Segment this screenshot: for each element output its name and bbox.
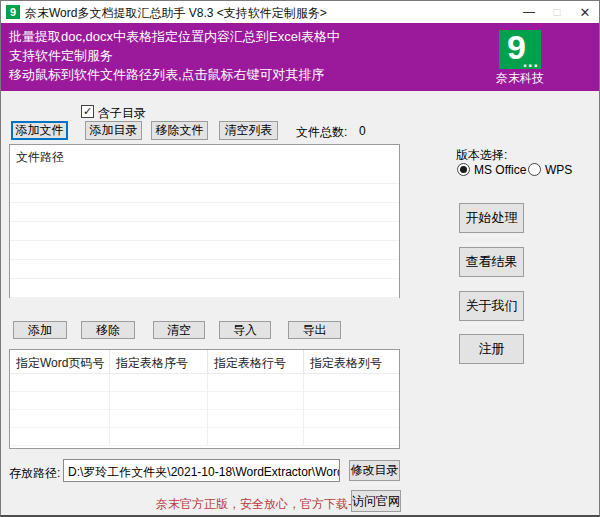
banner-text: 批量提取doc,docx中表格指定位置内容汇总到Excel表格中 支持软件定制服… bbox=[9, 27, 340, 84]
list-item bbox=[10, 203, 399, 222]
spec-remove-button[interactable]: 移除 bbox=[81, 321, 135, 339]
brand-name: 奈末科技 bbox=[480, 70, 560, 87]
visit-website-button[interactable]: 访问官网 bbox=[351, 490, 401, 512]
list-item bbox=[10, 222, 399, 241]
table-row bbox=[10, 374, 399, 392]
list-item bbox=[10, 184, 399, 203]
radio-ms-office-label: MS Office bbox=[474, 163, 526, 177]
spec-add-button[interactable]: 添加 bbox=[13, 321, 67, 339]
include-subdir-label: 含子目录 bbox=[98, 105, 146, 122]
register-button[interactable]: 注册 bbox=[459, 334, 524, 364]
app-logo-icon: 9 bbox=[6, 5, 20, 19]
spec-export-button[interactable]: 导出 bbox=[288, 321, 341, 339]
radio-dot-icon bbox=[460, 166, 467, 173]
banner-line-3: 移动鼠标到软件文件路径列表,点击鼠标右键可对其排序 bbox=[9, 65, 340, 84]
version-select-label: 版本选择: bbox=[456, 147, 507, 164]
file-path-list[interactable]: 文件路径 bbox=[9, 144, 400, 298]
spec-clear-button[interactable]: 清空 bbox=[153, 321, 205, 339]
list-item bbox=[10, 279, 399, 298]
save-path-input[interactable]: D:\罗玲工作文件夹\2021-10-18\WordExtractor\Word… bbox=[63, 459, 340, 482]
spec-col-table-index: 指定表格序号 bbox=[110, 350, 208, 373]
logo-dots: ... bbox=[523, 53, 539, 71]
list-item bbox=[10, 260, 399, 279]
file-count-label: 文件总数: bbox=[296, 124, 347, 141]
list-item bbox=[10, 165, 399, 184]
add-files-button[interactable]: 添加文件 bbox=[11, 121, 68, 140]
spec-table[interactable]: 指定Word页码号 指定表格序号 指定表格行号 指定表格列号 bbox=[9, 349, 400, 449]
spec-col-column: 指定表格列号 bbox=[304, 350, 399, 373]
radio-wps-label: WPS bbox=[545, 163, 572, 177]
minimize-button[interactable]: — bbox=[515, 1, 543, 23]
start-processing-button[interactable]: 开始处理 bbox=[459, 203, 524, 233]
table-row bbox=[10, 428, 399, 446]
maximize-button: □ bbox=[543, 1, 571, 23]
spec-import-button[interactable]: 导入 bbox=[219, 321, 271, 339]
clear-list-button[interactable]: 清空列表 bbox=[219, 121, 278, 140]
save-path-label: 存放路径: bbox=[9, 465, 60, 482]
brand-logo: 9 ... bbox=[499, 30, 541, 69]
spec-table-header-row: 指定Word页码号 指定表格序号 指定表格行号 指定表格列号 bbox=[10, 350, 399, 374]
list-item bbox=[10, 241, 399, 260]
table-row bbox=[10, 392, 399, 410]
close-button[interactable]: ✕ bbox=[571, 1, 599, 23]
include-subdir-checkbox[interactable]: ✓ bbox=[81, 105, 94, 118]
check-icon: ✓ bbox=[83, 106, 92, 117]
file-path-column-header: 文件路径 bbox=[10, 145, 399, 165]
banner: 批量提取doc,docx中表格指定位置内容汇总到Excel表格中 支持软件定制服… bbox=[1, 23, 599, 91]
titlebar: 9 奈末Word多文档提取汇总助手 V8.3 <支持软件定制服务> — □ ✕ bbox=[1, 1, 599, 23]
radio-wps[interactable] bbox=[528, 163, 541, 176]
banner-line-1: 批量提取doc,docx中表格指定位置内容汇总到Excel表格中 bbox=[9, 27, 340, 46]
file-count-value: 0 bbox=[359, 124, 366, 138]
view-results-button[interactable]: 查看结果 bbox=[459, 247, 524, 277]
spec-col-row: 指定表格行号 bbox=[208, 350, 304, 373]
about-us-button[interactable]: 关于我们 bbox=[459, 291, 524, 321]
add-directory-button[interactable]: 添加目录 bbox=[85, 121, 142, 140]
remove-files-button[interactable]: 移除文件 bbox=[151, 121, 208, 140]
radio-ms-office[interactable] bbox=[457, 163, 470, 176]
official-promo-text: 奈末官方正版，安全放心，官方下载-->> bbox=[156, 496, 370, 513]
spec-col-page: 指定Word页码号 bbox=[10, 350, 110, 373]
table-row bbox=[10, 410, 399, 428]
modify-directory-button[interactable]: 修改目录 bbox=[349, 460, 400, 481]
window-title: 奈末Word多文档提取汇总助手 V8.3 <支持软件定制服务> bbox=[25, 5, 327, 22]
banner-line-2: 支持软件定制服务 bbox=[9, 46, 340, 65]
app-window: 9 奈末Word多文档提取汇总助手 V8.3 <支持软件定制服务> — □ ✕ … bbox=[0, 0, 600, 517]
